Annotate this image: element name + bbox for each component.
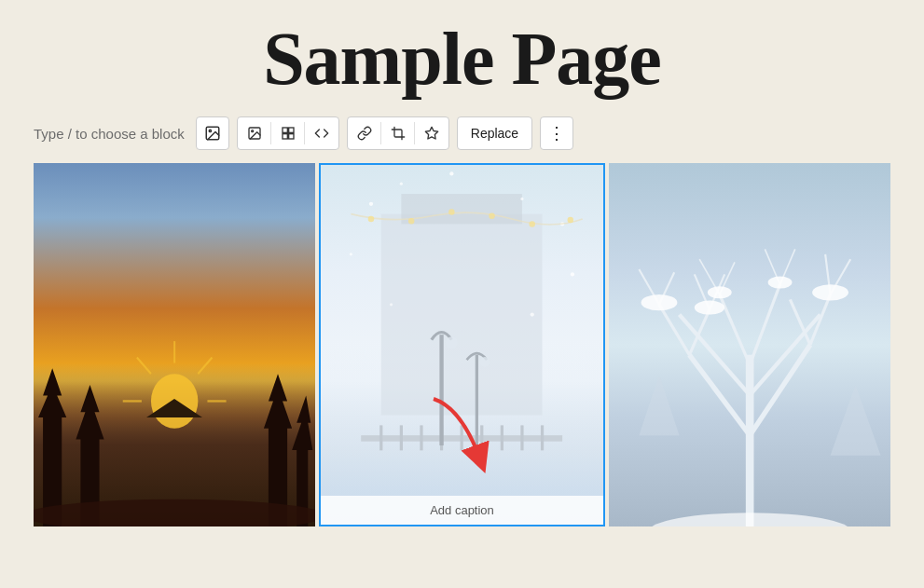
svg-point-46 <box>568 217 573 223</box>
svg-point-39 <box>390 303 393 306</box>
svg-point-44 <box>490 213 495 219</box>
gallery-image-center[interactable]: Add caption <box>319 163 604 526</box>
svg-point-45 <box>530 221 535 226</box>
svg-point-74 <box>649 513 850 526</box>
svg-point-1 <box>209 130 211 131</box>
svg-point-42 <box>408 218 414 224</box>
svg-rect-6 <box>283 134 287 139</box>
caption-placeholder[interactable]: Add caption <box>321 496 602 525</box>
svg-point-41 <box>368 216 374 222</box>
svg-point-71 <box>812 284 848 300</box>
gallery-image-right[interactable] <box>609 163 890 526</box>
edit-toolbar-group <box>347 116 449 150</box>
code-icon <box>314 126 329 141</box>
svg-rect-5 <box>288 128 293 132</box>
crop-icon <box>391 126 406 141</box>
svg-point-33 <box>400 183 403 185</box>
link-icon <box>357 126 372 141</box>
filter-icon <box>424 126 439 141</box>
svg-marker-8 <box>425 127 437 139</box>
more-options-button[interactable]: ⋮ <box>540 116 573 150</box>
svg-rect-4 <box>283 128 287 132</box>
svg-marker-76 <box>830 385 880 456</box>
svg-line-55 <box>659 305 689 355</box>
red-arrow-svg <box>406 390 517 473</box>
svg-point-3 <box>251 130 253 132</box>
frost-tree-svg <box>609 163 890 526</box>
grid-view-button[interactable] <box>271 116 305 150</box>
svg-rect-16 <box>381 214 543 416</box>
image-small-icon <box>247 126 262 141</box>
filter-button[interactable] <box>415 116 448 150</box>
svg-point-73 <box>767 277 792 289</box>
svg-point-31 <box>480 357 490 367</box>
svg-point-10 <box>151 374 198 429</box>
gallery-image-left[interactable] <box>34 163 315 526</box>
link-button[interactable] <box>348 116 381 150</box>
grid-icon <box>281 126 296 141</box>
svg-point-32 <box>369 202 373 206</box>
view-toolbar-group <box>237 116 339 150</box>
svg-point-34 <box>450 171 454 175</box>
svg-point-35 <box>521 198 524 200</box>
page-title: Sample Page <box>0 0 924 116</box>
svg-line-49 <box>689 355 750 435</box>
svg-rect-7 <box>288 134 293 139</box>
svg-point-37 <box>350 253 352 255</box>
svg-line-53 <box>719 294 749 365</box>
crop-button[interactable] <box>381 116 415 150</box>
svg-rect-17 <box>402 194 523 224</box>
block-hint: Type / to choose a block <box>34 126 185 142</box>
toolbar: Type / to choose a block <box>0 116 924 150</box>
svg-point-70 <box>694 300 724 314</box>
replace-button[interactable]: Replace <box>457 116 532 150</box>
svg-point-29 <box>446 336 458 349</box>
gallery: Add caption <box>0 163 924 526</box>
svg-marker-75 <box>639 375 679 435</box>
block-type-button[interactable] <box>196 116 229 150</box>
tree-silhouette-left <box>34 308 315 526</box>
svg-line-13 <box>137 358 151 375</box>
svg-point-69 <box>641 294 677 310</box>
svg-point-43 <box>448 209 454 214</box>
svg-line-54 <box>750 284 779 364</box>
image-icon <box>204 125 221 142</box>
code-view-button[interactable] <box>305 116 338 150</box>
svg-point-38 <box>571 272 574 276</box>
more-options-icon: ⋮ <box>548 123 565 144</box>
svg-point-9 <box>34 499 315 526</box>
svg-point-72 <box>707 286 731 298</box>
svg-point-40 <box>531 312 534 316</box>
image-view-button[interactable] <box>238 116 271 150</box>
svg-line-12 <box>198 358 212 375</box>
